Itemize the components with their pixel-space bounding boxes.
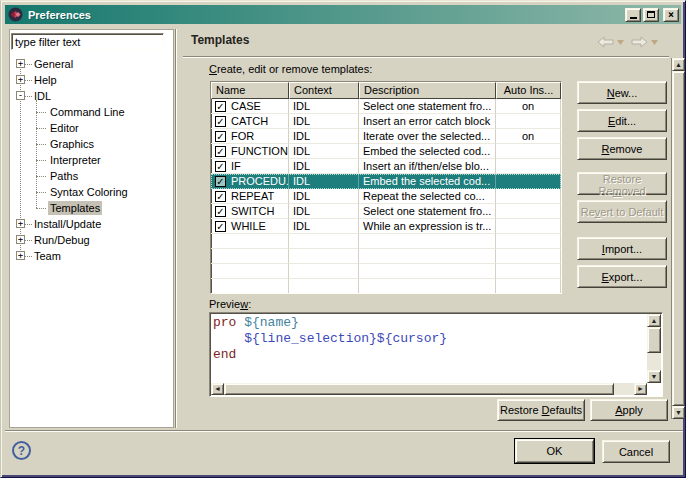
template-name-cell: ✓CATCH xyxy=(211,114,289,129)
scroll-left-icon[interactable]: ◄ xyxy=(211,383,224,395)
template-name: WHILE xyxy=(231,219,266,233)
template-row-if[interactable]: ✓IFIDLInsert an if/then/else blo... xyxy=(211,159,561,174)
remove-button[interactable]: Remove xyxy=(577,137,667,160)
back-menu-chevron-icon[interactable] xyxy=(617,40,624,45)
tree-item-general[interactable]: +General xyxy=(10,56,173,72)
template-enabled-checkbox[interactable]: ✓ xyxy=(215,131,226,142)
collapse-icon[interactable]: - xyxy=(16,91,25,100)
preview-horizontal-scrollbar[interactable]: ◄ ► xyxy=(211,383,647,395)
template-row-function[interactable]: ✓FUNCTIONIDLEmbed the selected cod... xyxy=(211,144,561,159)
tree-item-command-line[interactable]: Command Line xyxy=(10,104,173,120)
tree-item-help[interactable]: +Help xyxy=(10,72,173,88)
template-enabled-checkbox[interactable]: ✓ xyxy=(215,146,226,157)
preview-code[interactable]: pro ${name} ${line_selection}${cursor}en… xyxy=(213,315,646,382)
template-enabled-checkbox[interactable]: ✓ xyxy=(215,101,226,112)
scroll-down-icon[interactable]: ▼ xyxy=(647,370,661,383)
scroll-down-icon[interactable]: ▼ xyxy=(672,406,685,419)
template-name: SWITCH xyxy=(231,204,274,218)
preview-vertical-scrollbar[interactable]: ▲ ▼ xyxy=(647,314,661,383)
scroll-up-icon[interactable]: ▲ xyxy=(672,58,685,71)
template-description-cell: Insert an error catch block xyxy=(359,114,496,129)
tree-item-templates[interactable]: Templates xyxy=(10,200,173,216)
column-header-context[interactable]: Context xyxy=(289,82,359,99)
tree-item-label: Graphics xyxy=(48,137,96,151)
apply-button[interactable]: Apply xyxy=(590,399,668,421)
scrollbar-thumb[interactable] xyxy=(672,71,685,406)
tree-item-label: Install/Update xyxy=(32,217,103,231)
template-autoinsert-cell xyxy=(496,204,561,219)
tree-item-label: IDL xyxy=(32,89,53,103)
empty-cell xyxy=(359,279,496,294)
template-row-switch[interactable]: ✓SWITCHIDLSelect one statement fro... xyxy=(211,204,561,219)
help-button[interactable]: ? xyxy=(12,441,31,460)
template-name-cell: ✓FUNCTION xyxy=(211,144,289,159)
empty-cell xyxy=(496,279,561,294)
column-header-name[interactable]: Name xyxy=(211,82,289,99)
template-name: PROCEDU... xyxy=(231,174,289,188)
template-enabled-checkbox[interactable]: ✓ xyxy=(215,191,226,202)
template-enabled-checkbox[interactable]: ✓ xyxy=(215,161,226,172)
titlebar[interactable]: Preferences × xyxy=(5,5,681,24)
template-enabled-checkbox[interactable]: ✓ xyxy=(215,116,226,127)
templates-table[interactable]: NameContextDescriptionAuto Ins...✓CASEID… xyxy=(210,81,562,294)
column-header-description[interactable]: Description xyxy=(359,82,496,99)
expand-icon[interactable]: + xyxy=(16,251,25,260)
tree-item-paths[interactable]: Paths xyxy=(10,168,173,184)
template-row-catch[interactable]: ✓CATCHIDLInsert an error catch block xyxy=(211,114,561,129)
cancel-button[interactable]: Cancel xyxy=(602,440,670,463)
new-button[interactable]: New... xyxy=(577,81,667,104)
forward-menu-chevron-icon[interactable] xyxy=(651,40,658,45)
template-row-repeat[interactable]: ✓REPEATIDLRepeat the selected co... xyxy=(211,189,561,204)
panel-divider[interactable] xyxy=(175,29,177,428)
empty-table-row xyxy=(211,279,561,294)
empty-cell xyxy=(289,264,359,279)
expand-icon[interactable]: + xyxy=(16,75,25,84)
import-button[interactable]: Import... xyxy=(577,237,667,260)
tree-item-team[interactable]: +Team xyxy=(10,248,173,264)
scroll-up-icon[interactable]: ▲ xyxy=(647,314,661,327)
template-row-while[interactable]: ✓WHILEIDLWhile an expression is tr... xyxy=(211,219,561,234)
back-arrow-button[interactable] xyxy=(597,36,614,48)
expand-icon[interactable]: + xyxy=(16,235,25,244)
ok-button[interactable]: OK xyxy=(515,439,594,463)
expand-icon[interactable]: + xyxy=(16,219,25,228)
template-enabled-checkbox[interactable]: ✓ xyxy=(215,221,226,232)
template-autoinsert-cell xyxy=(496,219,561,234)
scrollbar-thumb[interactable] xyxy=(647,327,661,353)
tree-item-graphics[interactable]: Graphics xyxy=(10,136,173,152)
template-context-cell: IDL xyxy=(289,99,359,114)
filter-input[interactable] xyxy=(11,33,164,50)
tree-item-install-update[interactable]: +Install/Update xyxy=(10,216,173,232)
expand-icon[interactable]: + xyxy=(16,59,25,68)
tree-item-label: General xyxy=(32,57,75,71)
template-preview[interactable]: pro ${name} ${line_selection}${cursor}en… xyxy=(209,312,663,397)
template-enabled-checkbox[interactable]: ✓ xyxy=(215,206,226,217)
tree-item-run-debug[interactable]: +Run/Debug xyxy=(10,232,173,248)
edit-button[interactable]: Edit... xyxy=(577,109,667,132)
forward-arrow-button[interactable] xyxy=(631,36,648,48)
export-button[interactable]: Export... xyxy=(577,265,667,288)
template-enabled-checkbox[interactable]: ✓ xyxy=(215,176,226,187)
scroll-right-icon[interactable]: ► xyxy=(634,383,647,395)
tree-item-idl[interactable]: -IDL xyxy=(10,88,173,104)
template-autoinsert-cell xyxy=(496,144,561,159)
scrollbar-thumb[interactable] xyxy=(224,383,614,395)
page-title: Templates xyxy=(191,33,249,47)
tree-item-syntax-coloring[interactable]: Syntax Coloring xyxy=(10,184,173,200)
maximize-button[interactable] xyxy=(643,8,659,22)
template-row-procedu[interactable]: ✓PROCEDU...IDLEmbed the selected cod... xyxy=(211,174,561,189)
empty-table-row xyxy=(211,234,561,249)
restore-defaults-button[interactable]: Restore Defaults xyxy=(497,399,585,421)
close-button[interactable]: × xyxy=(663,8,679,22)
template-row-for[interactable]: ✓FORIDLIterate over the selected...on xyxy=(211,129,561,144)
minimize-button[interactable] xyxy=(625,8,641,22)
tree-connector-stub xyxy=(36,176,46,177)
template-row-case[interactable]: ✓CASEIDLSelect one statement fro...on xyxy=(211,99,561,114)
history-nav xyxy=(597,35,669,49)
tree-item-label: Run/Debug xyxy=(32,233,92,247)
tree-item-editor[interactable]: Editor xyxy=(10,120,173,136)
header-separator xyxy=(183,56,669,58)
page-vertical-scrollbar[interactable]: ▲ ▼ xyxy=(671,58,685,419)
column-header-auto-ins-[interactable]: Auto Ins... xyxy=(496,82,561,99)
tree-item-interpreter[interactable]: Interpreter xyxy=(10,152,173,168)
